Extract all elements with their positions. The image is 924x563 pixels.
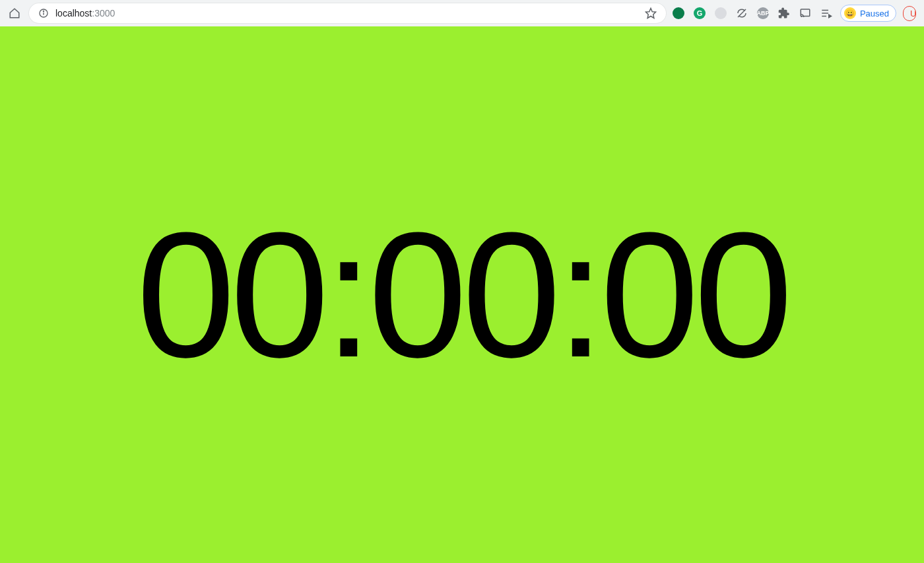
toolbar-right: G ABP [671, 5, 919, 22]
browser-toolbar: localhost:3000 G ABP [0, 0, 924, 26]
profile-paused-chip[interactable]: 😀 Paused [840, 5, 896, 22]
circle-icon [715, 7, 727, 19]
address-bar[interactable]: localhost:3000 [29, 3, 666, 23]
svg-point-2 [43, 11, 44, 11]
grammarly-icon: G [694, 7, 706, 19]
smiley-icon: 😀 [844, 7, 856, 19]
puzzle-icon [778, 7, 790, 19]
home-button[interactable] [5, 4, 24, 22]
extension-nosync[interactable] [735, 6, 749, 20]
bookmark-button[interactable] [645, 7, 657, 19]
cast-button[interactable] [798, 6, 812, 20]
timer-display: 00:00:00 [137, 206, 788, 384]
extensions-menu[interactable] [777, 6, 791, 20]
star-icon [645, 7, 657, 19]
page-content: 00:00:00 [0, 26, 924, 563]
update-label: Up [910, 9, 916, 18]
extension-abp[interactable]: ABP [756, 6, 770, 20]
url-text: localhost:3000 [55, 8, 638, 18]
sync-disabled-icon [736, 7, 748, 19]
url-host: localhost [55, 8, 92, 18]
site-info-icon[interactable] [38, 8, 49, 18]
svg-marker-3 [645, 9, 655, 18]
home-icon [9, 7, 20, 19]
extension-green-dot[interactable] [671, 6, 686, 20]
abp-icon: ABP [757, 7, 769, 19]
svg-rect-5 [801, 9, 810, 17]
url-port: :3000 [92, 8, 115, 18]
paused-label: Paused [860, 9, 889, 18]
svg-marker-9 [829, 15, 832, 18]
green-dot-icon [673, 7, 684, 19]
extension-grammarly[interactable]: G [692, 6, 707, 20]
cast-icon [799, 7, 811, 19]
reading-list-button[interactable] [819, 6, 834, 20]
extension-generic-1[interactable] [713, 6, 728, 20]
playlist-icon [820, 7, 832, 19]
update-button[interactable]: Up [903, 6, 916, 21]
